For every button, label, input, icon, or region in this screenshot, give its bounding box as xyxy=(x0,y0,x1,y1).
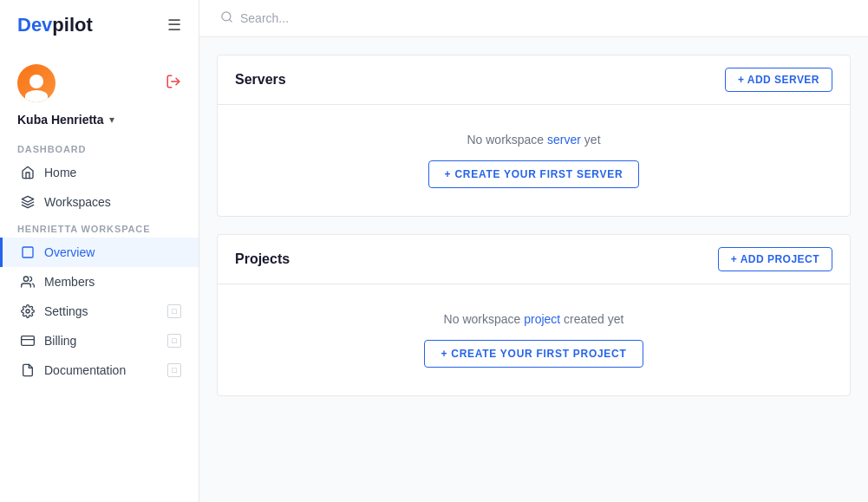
logout-icon[interactable] xyxy=(166,74,181,94)
logo-pilot: pilot xyxy=(52,14,92,36)
topbar xyxy=(199,0,868,37)
add-server-button[interactable]: + ADD SERVER xyxy=(725,68,832,92)
projects-title: Projects xyxy=(235,251,290,267)
sidebar-item-billing[interactable]: Billing □ xyxy=(0,326,199,355)
documentation-badge: □ xyxy=(167,363,181,377)
sidebar-item-members-label: Members xyxy=(44,275,95,289)
servers-panel: Servers + ADD SERVER No workspace server… xyxy=(217,55,851,217)
billing-icon xyxy=(20,333,36,349)
projects-panel: Projects + ADD PROJECT No workspace proj… xyxy=(217,234,851,396)
overview-icon xyxy=(20,244,36,260)
projects-panel-body: No workspace project created yet + CREAT… xyxy=(218,284,850,395)
sidebar-item-overview[interactable]: Overview xyxy=(0,238,199,267)
user-name-row: Kuba Henrietta ▾ xyxy=(0,113,199,137)
create-first-project-button[interactable]: + CREATE YOUR FIRST PROJECT xyxy=(424,340,643,368)
sidebar-item-workspaces[interactable]: Workspaces xyxy=(0,187,199,217)
svg-rect-5 xyxy=(22,336,35,346)
projects-panel-header: Projects + ADD PROJECT xyxy=(218,235,850,284)
sidebar-item-settings-label: Settings xyxy=(44,304,88,318)
billing-badge: □ xyxy=(167,334,181,348)
sidebar-item-home[interactable]: Home xyxy=(0,158,199,187)
svg-point-4 xyxy=(26,310,29,313)
sidebar: Devpilot ☰ Kuba Henrietta ▾ DASHBOARD Ho… xyxy=(0,0,199,502)
logo: Devpilot xyxy=(17,14,93,36)
members-icon xyxy=(20,274,36,290)
avatar-person xyxy=(17,64,55,102)
svg-marker-1 xyxy=(22,196,33,202)
add-project-button[interactable]: + ADD PROJECT xyxy=(718,247,832,271)
user-name: Kuba Henrietta xyxy=(17,113,104,127)
sidebar-item-home-label: Home xyxy=(44,166,76,179)
layers-icon xyxy=(20,194,36,210)
servers-empty-text: No workspace server yet xyxy=(467,133,600,147)
logo-dev: Dev xyxy=(17,14,52,36)
sidebar-item-settings[interactable]: Settings □ xyxy=(0,297,199,326)
user-dropdown-chevron[interactable]: ▾ xyxy=(109,114,114,126)
sidebar-item-documentation-label: Documentation xyxy=(44,363,126,377)
projects-empty-highlight: project xyxy=(524,312,560,326)
sidebar-item-documentation[interactable]: Documentation □ xyxy=(0,355,199,385)
servers-panel-body: No workspace server yet + CREATE YOUR FI… xyxy=(218,105,850,216)
avatar xyxy=(17,64,55,102)
settings-icon xyxy=(20,303,36,319)
servers-title: Servers xyxy=(235,72,286,88)
sidebar-item-overview-label: Overview xyxy=(44,245,95,259)
documentation-icon xyxy=(20,362,36,378)
servers-empty-highlight: server xyxy=(547,133,581,147)
search-input[interactable] xyxy=(240,11,500,25)
search-icon xyxy=(220,10,233,26)
projects-empty-text: No workspace project created yet xyxy=(444,312,624,326)
svg-rect-2 xyxy=(23,247,33,258)
workspace-section-label: HENRIETTA WORKSPACE xyxy=(0,217,199,238)
svg-point-3 xyxy=(23,277,28,281)
content-area: Servers + ADD SERVER No workspace server… xyxy=(199,37,868,502)
dashboard-section-label: DASHBOARD xyxy=(0,137,199,158)
sidebar-header: Devpilot ☰ xyxy=(0,0,199,50)
main-content: Servers + ADD SERVER No workspace server… xyxy=(199,0,868,502)
sidebar-item-members[interactable]: Members xyxy=(0,267,199,297)
home-icon xyxy=(20,165,36,180)
svg-line-8 xyxy=(229,19,232,22)
sidebar-item-billing-label: Billing xyxy=(44,334,76,348)
sidebar-item-workspaces-label: Workspaces xyxy=(44,195,111,209)
hamburger-menu-icon[interactable]: ☰ xyxy=(167,16,181,35)
create-first-server-button[interactable]: + CREATE YOUR FIRST SERVER xyxy=(428,160,640,188)
settings-badge: □ xyxy=(167,304,181,318)
user-avatar-section xyxy=(0,54,199,113)
servers-panel-header: Servers + ADD SERVER xyxy=(218,55,850,105)
